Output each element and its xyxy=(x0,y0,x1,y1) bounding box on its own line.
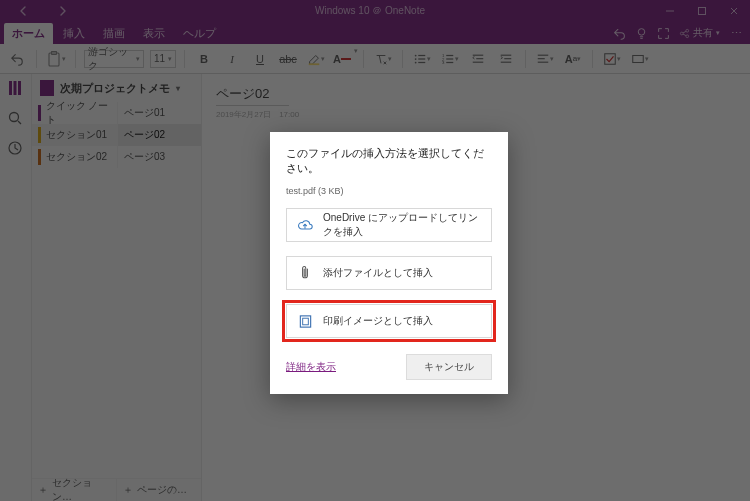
insert-file-dialog: このファイルの挿入方法を選択してください。 test.pdf (3 KB) On… xyxy=(270,132,508,394)
option-label: 添付ファイルとして挿入 xyxy=(323,266,433,280)
option-attach-file[interactable]: 添付ファイルとして挿入 xyxy=(286,256,492,290)
printout-icon xyxy=(297,313,313,329)
paperclip-icon xyxy=(297,265,313,281)
dialog-filename: test.pdf (3 KB) xyxy=(286,186,492,196)
cloud-upload-icon xyxy=(297,217,313,233)
cancel-button[interactable]: キャンセル xyxy=(406,354,492,380)
option-onedrive-link[interactable]: OneDrive にアップロードしてリンクを挿入 xyxy=(286,208,492,242)
option-label: 印刷イメージとして挿入 xyxy=(323,314,433,328)
show-details-link[interactable]: 詳細を表示 xyxy=(286,360,336,374)
option-insert-printout[interactable]: 印刷イメージとして挿入 xyxy=(286,304,492,338)
svg-rect-37 xyxy=(302,318,308,325)
option-label: OneDrive にアップロードしてリンクを挿入 xyxy=(323,211,481,239)
dialog-title: このファイルの挿入方法を選択してください。 xyxy=(286,146,492,176)
svg-rect-36 xyxy=(300,315,310,326)
